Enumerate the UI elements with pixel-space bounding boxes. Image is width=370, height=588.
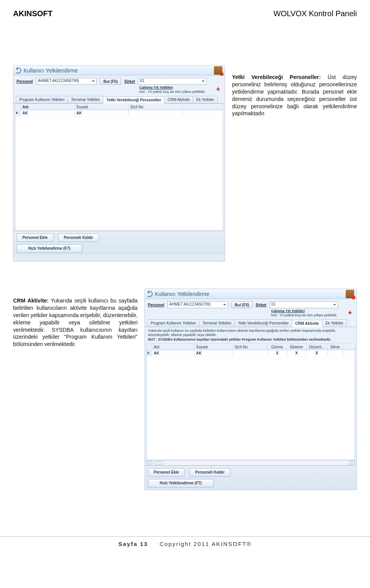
calisma-label: Çalışma Yılı Yetkileri: [271, 309, 337, 313]
bul-button[interactable]: Bul (F5): [231, 301, 252, 308]
grid-h-scrollbar[interactable]: [146, 460, 355, 465]
desc-yetki-personeller: Yetki Verebileceği Personeller: Üst düze…: [232, 74, 357, 117]
col-sicilno[interactable]: Sicil No: [129, 104, 183, 110]
cell-ekleme: X: [287, 350, 306, 356]
chevron-down-icon[interactable]: [90, 78, 96, 84]
tab-ek-yetkiler[interactable]: Ek Yetkiler: [322, 319, 347, 327]
red-arrow-icon[interactable]: [215, 86, 222, 92]
personel-ekle-button[interactable]: Personel Ekle: [148, 468, 185, 477]
grid-crm-aktivite: Adı Soyadı Sicil No Görme Ekleme Düzenl.…: [146, 344, 355, 460]
crm-note-2: NOT : SYSDBA kullanıcısının kayıtları üz…: [148, 338, 353, 342]
cell-sicil: [233, 350, 268, 356]
col-adi[interactable]: Adı: [152, 344, 195, 350]
panel1-tabs: Program Kullanım Yetkileri Terminal Yetk…: [13, 96, 225, 104]
scroll-left-icon[interactable]: [147, 460, 152, 465]
desc1-title: Yetki Verebileceği Personeller:: [232, 74, 321, 80]
col-duzenleme[interactable]: Düzenl...: [306, 344, 328, 350]
col-soyadi[interactable]: Soyadı: [75, 104, 129, 110]
tab-ek-yetkiler[interactable]: Ek Yetkiler: [193, 96, 218, 103]
panel1-title: Kullanıcı Yetkilendirme: [24, 67, 78, 74]
cell-sicil: [129, 110, 183, 116]
not-label: Not : Yıl yetkisi boş ise tüm yıllara ye…: [140, 90, 205, 94]
col-gorme[interactable]: Görme: [268, 344, 287, 350]
tab-program-kullanim[interactable]: Program Kullanım Yetkileri: [147, 319, 199, 327]
panel1-titlebar: Kullanıcı Yetkilendirme: [13, 66, 225, 76]
sirket-value: 01: [138, 78, 200, 84]
row-indicator-icon: [15, 110, 21, 116]
header-right: WOLVOX Kontrol Paneli: [274, 9, 357, 18]
desc2-body: Yukarıda seçili kullanıcı bu sayfada bel…: [13, 297, 138, 347]
header-left: AKINSOFT: [13, 9, 52, 18]
folder-icon[interactable]: [346, 290, 354, 298]
col-soyadi[interactable]: Soyadı: [195, 344, 233, 350]
cell-adi: AK: [21, 110, 75, 116]
tab-terminal-yetkileri[interactable]: Terminal Yetkileri: [199, 319, 235, 327]
auth-panel-1: Kullanıcı Yetkilendirme Personel AHMET A…: [13, 65, 225, 262]
cell-adi: AK: [152, 350, 195, 356]
row-indicator-header: [147, 344, 152, 350]
page-number: Sayfa 13: [118, 541, 148, 547]
tab-terminal-yetkileri[interactable]: Terminal Yetkileri: [67, 96, 103, 103]
col-silme[interactable]: Silme: [328, 344, 343, 350]
chevron-down-icon[interactable]: [222, 302, 228, 308]
auth-panel-2: Kullanıcı Yetkilendirme Personel AHMET A…: [145, 289, 357, 490]
desc2-title: CRM Aktivite:: [13, 297, 49, 304]
sirket-combo[interactable]: 01: [138, 78, 207, 85]
sirket-value: 01: [270, 302, 331, 308]
cell-duzenleme: X: [306, 350, 328, 356]
col-ekleme[interactable]: Ekleme: [287, 344, 306, 350]
tab-yetki-personeller[interactable]: Yetki Verebileceği Personeller: [234, 319, 292, 327]
cell-soyadi: AK: [195, 350, 233, 356]
row-indicator-header: [15, 104, 21, 110]
cell-gorme: X: [268, 350, 287, 356]
cell-soyadi: AK: [75, 110, 129, 116]
table-row[interactable]: AK AK X X X: [147, 350, 355, 356]
desc-crm-aktivite: CRM Aktivite: Yukarıda seçili kullanıcı …: [13, 297, 138, 348]
personel-kaldir-button[interactable]: Personeli Kaldır: [58, 234, 99, 242]
personel-value: AHMET AK(123456789): [168, 302, 222, 308]
panel2-title: Kullanıcı Yetkilendirme: [155, 291, 209, 297]
calisma-label: Çalışma Yılı Yetkileri: [140, 86, 205, 90]
tab-yetki-personeller[interactable]: Yetki Verebileceği Personeller: [103, 96, 165, 104]
page-footer: Sayfa 13 Copyright 2011 AKINSOFT®: [0, 536, 370, 563]
personel-combo[interactable]: AHMET AK(123456789): [167, 301, 228, 308]
col-adi[interactable]: Adı: [21, 104, 75, 110]
personel-combo[interactable]: AHMET AK(123456789): [36, 78, 97, 85]
personel-kaldir-button[interactable]: Personeli Kaldır: [189, 468, 230, 477]
copyright: Copyright 2011 AKINSOFT®: [160, 541, 252, 547]
scroll-thumb[interactable]: [154, 461, 164, 465]
reload-icon[interactable]: [146, 291, 153, 297]
personel-label: Personel: [148, 303, 164, 307]
personel-ekle-button[interactable]: Personel Ekle: [17, 234, 54, 242]
cell-silme: [328, 350, 343, 356]
table-row[interactable]: AK AK: [15, 110, 223, 116]
sirket-label: Şirket: [256, 303, 266, 307]
scroll-right-icon[interactable]: [349, 460, 355, 465]
not-label: Not : Yıl yetkisi boş ise tüm yıllara ye…: [271, 313, 337, 318]
red-arrow-icon[interactable]: [346, 309, 353, 316]
panel2-tabs: Program Kullanım Yetkileri Terminal Yetk…: [145, 319, 357, 327]
hizli-yetkilendirme-button[interactable]: Hızlı Yetkilendirme (F7): [148, 479, 214, 487]
reload-icon[interactable]: [15, 67, 21, 74]
folder-icon[interactable]: [214, 66, 222, 75]
desc1-body: Üst düzey personeliniz belirlemiş olduğu…: [232, 74, 357, 116]
hizli-yetkilendirme-button[interactable]: Hızlı Yetkilendirme (F7): [17, 244, 82, 253]
chevron-down-icon[interactable]: [200, 78, 206, 84]
tab-crm-aktivite[interactable]: CRM Aktivite: [292, 320, 322, 327]
grid-personeller: Adı Soyadı Sicil No AK AK: [15, 104, 223, 231]
personel-label: Personel: [17, 79, 33, 84]
tab-crm-aktivite[interactable]: CRM Aktivite: [164, 96, 193, 103]
personel-value: AHMET AK(123456789): [36, 78, 90, 84]
bul-button[interactable]: Bul (F5): [100, 78, 121, 85]
col-sicilno[interactable]: Sicil No: [233, 344, 268, 350]
panel2-titlebar: Kullanıcı Yetkilendirme: [145, 289, 357, 299]
chevron-down-icon[interactable]: [331, 302, 338, 308]
row-indicator-icon: [147, 350, 152, 356]
tab-program-kullanim[interactable]: Program Kullanım Yetkileri: [16, 96, 68, 103]
page-header: AKINSOFT WOLVOX Kontrol Paneli: [0, 0, 370, 23]
sirket-combo[interactable]: 01: [269, 301, 338, 308]
crm-note-1: Yukarıda seçili kullanıcı bu sayfada bel…: [148, 329, 353, 338]
sirket-label: Şirket: [124, 79, 135, 84]
